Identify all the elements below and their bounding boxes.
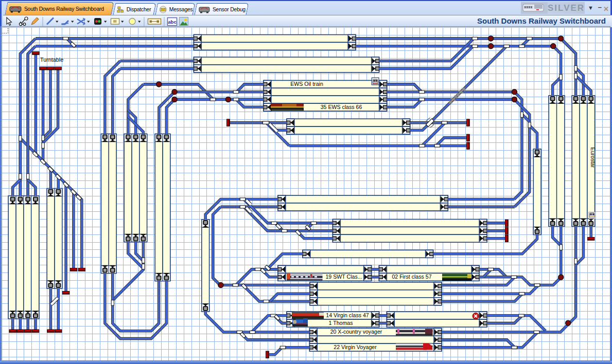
svg-text:abc: abc	[168, 19, 176, 25]
svg-text:22 Virgin Voyager: 22 Virgin Voyager	[334, 344, 377, 350]
svg-text:Eurostar: Eurostar	[590, 147, 596, 168]
svg-text:20 X-country voyager: 20 X-country voyager	[330, 329, 382, 335]
svg-text:EWS Oil train: EWS Oil train	[290, 81, 323, 87]
svg-text:35 EWS class 66: 35 EWS class 66	[321, 104, 362, 110]
svg-text:14 Virgin class 47: 14 Virgin class 47	[326, 312, 369, 318]
svg-text:02 First class 57: 02 First class 57	[392, 274, 431, 280]
svg-text:Turntable: Turntable	[40, 57, 63, 63]
svg-text:1 Thomas: 1 Thomas	[329, 320, 353, 326]
svg-text:19 SWT Clas...: 19 SWT Clas...	[325, 274, 362, 280]
